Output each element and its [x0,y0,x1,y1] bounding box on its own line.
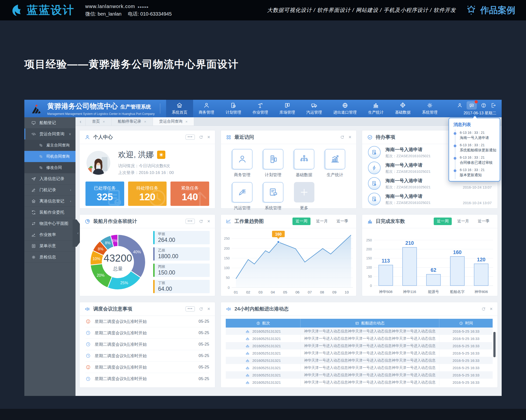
logout-icon[interactable] [490,102,496,108]
sidebar-item[interactable]: 物流中心平面图 [24,218,75,229]
sidebar-item[interactable]: 质检信息 [24,252,75,263]
table-row[interactable]: 20160525131321 神华天津一号进入动态信息神华天津一号进入动态信息神… [226,371,493,379]
sidebar-item[interactable]: 门机记录 › [24,185,75,196]
close-icon[interactable]: × [186,119,188,124]
message-item[interactable]: 6-13 16 : 33 : 21 系统船舶模块更新通知 [455,142,496,154]
top-nav-item[interactable]: 库场管理 [274,100,301,117]
help-icon[interactable] [481,102,486,108]
more-options-button[interactable]: ••• [186,219,195,224]
sidebar-item[interactable]: 船舶登记 [24,117,75,128]
table-row[interactable]: 20160525131321 神华天津一号进入动态信息神华天津一号进入动态信息神… [226,342,493,350]
close-button[interactable]: × [207,134,210,140]
more-options-button[interactable]: ••• [186,306,195,312]
top-nav-item[interactable]: 计划管理 [220,100,247,117]
sidebar-collapse-handle[interactable]: ‹ [72,219,80,247]
table-row[interactable]: 20160525131321 神华天津一号进入动态信息神华天津一号进入动态信息神… [226,364,493,371]
refresh-button[interactable] [340,135,344,139]
meeting-item[interactable]: 星期二调度会议9点准时开始 05-25 [85,316,209,327]
message-item[interactable]: 6-13 16 : 33 : 21 版本更新通知 [455,167,496,179]
sidebar-item[interactable]: 入港信息记录 [24,173,75,185]
range-button[interactable]: 近一季 [475,217,493,225]
range-button[interactable]: 近一周 [434,217,452,225]
refresh-button[interactable] [199,219,203,224]
close-button[interactable]: × [207,306,210,312]
meeting-item[interactable]: 星期二调度会议9点准时开始 05-25 [85,361,209,373]
shortcut-tile[interactable]: 汽运管理 [232,182,253,211]
sidebar-item[interactable]: 雇主合同查询 [24,140,75,151]
meeting-item[interactable]: 星期二调度会议9点准时开始 05-25 [85,339,209,350]
svg-text:250: 250 [224,236,230,240]
table-row[interactable]: 20160525131321 神华天津一号进入动态信息神华天津一号进入动态信息神… [226,335,493,342]
tab[interactable]: 首页 × [86,117,111,126]
top-nav-item[interactable]: 基础数据 [389,100,416,117]
clock-icon [85,330,91,336]
range-button[interactable]: 近一季 [333,217,351,225]
table-row[interactable]: 20160525131321 神华天津一号进入动态信息神华天津一号进入动态信息神… [226,379,493,386]
top-nav-item[interactable]: 系统管理 [416,100,443,117]
meeting-item[interactable]: 星期二调度会议9点准时开始 05-25 [85,373,209,384]
tile-tree-icon [299,154,309,164]
meeting-item[interactable]: 星期二调度会议9点准时开始 05-25 [85,327,209,339]
messages-button[interactable] [466,101,477,109]
table-row[interactable]: 20160525131321 神华天津一号进入动态信息神华天津一号进入动态信息神… [226,328,493,335]
shortcut-tile[interactable]: 更多 [294,182,314,211]
close-icon[interactable]: × [144,119,146,124]
svg-text:200: 200 [224,246,230,250]
tab[interactable]: 船舶停靠记录 × [111,117,153,126]
close-button[interactable]: × [207,218,210,224]
stat-tile[interactable]: 已处理任务 325 [85,182,124,206]
close-icon[interactable]: × [103,119,105,124]
table-row[interactable]: 20160525131321 神华天津一号进入动态信息神华天津一号进入动态信息神… [226,357,493,364]
sidebar-item[interactable]: 作业效率 [24,229,75,240]
user-icon[interactable] [457,102,463,108]
tab[interactable]: 货运合同查询 × [153,117,194,126]
refresh-button[interactable] [199,135,203,139]
message-item[interactable]: 6-13 16 : 33 : 21 海南一号入港申请 [455,129,496,142]
sidebar-item[interactable]: 装船作业委托 [24,207,75,218]
range-button[interactable]: 近一月 [454,217,472,225]
top-nav-item[interactable]: 作业管理 [247,100,274,117]
refresh-button[interactable] [481,307,486,311]
more-options-button[interactable]: ••• [186,135,195,140]
range-button[interactable]: 近一月 [313,217,331,225]
portfolio-link[interactable]: 作品案例 [465,4,515,16]
top-nav-item[interactable]: 系统首页 [166,100,193,117]
meeting-item[interactable]: 星期二调度会议9点准时开始 05-25 [85,350,209,361]
sync-icon [31,210,36,215]
svg-text:200: 200 [366,247,372,251]
shortcut-tile[interactable]: 生产统计 [325,149,345,178]
top-nav-item[interactable]: 汽运管理 [301,100,328,117]
bar-chart: 050100150200250113神华508210神华11662能源号160船… [362,228,497,296]
table-row[interactable]: 20160525131321 神华天津一号进入动态信息神华天津一号进入动态信息神… [226,350,493,357]
clock-icon [85,353,91,358]
sidebar-item[interactable]: 修改合同 [24,162,75,173]
message-item[interactable]: 6-13 16 : 33 : 21 合同修改已通过审核 [455,154,496,167]
close-button[interactable]: × [490,306,493,312]
top-nav-item[interactable]: 生产统计 [362,100,389,117]
sidebar-item[interactable]: 菜单示意 [24,240,75,252]
crane-icon [257,102,264,109]
shortcut-tile[interactable]: 系统管理 [263,182,283,211]
stat-tile[interactable]: 待处理任务 120 [128,182,167,206]
close-button[interactable]: × [348,134,351,140]
doc-icon [371,149,377,156]
sidebar-item[interactable]: 货运合同查询 ∨ [24,128,75,140]
sidebar-item[interactable]: 离港信息登记 › [24,196,75,207]
legend-item: 丁班 64.00 [153,280,210,293]
shortcut-tile[interactable]: 基础数据 [294,149,314,178]
top-nav-item[interactable]: 进出道口管理 [328,100,363,117]
shortcut-tile[interactable]: 计划管理 [263,149,283,178]
brand-site[interactable]: www.lanlanwork.com▸▸▸▸▸ [85,3,178,10]
workload-trend-card: 工作量趋势图 近一周近一月近一季 05010015020025001020304… [221,214,356,296]
scrollbar-thumb[interactable] [493,332,496,357]
tab-back-button[interactable]: ‹ [75,117,86,126]
stat-tile[interactable]: 紧急任务 140 [171,182,209,206]
tabs-bar: ‹ 首页 × 船舶停靠记录 × 货运合同查询 × [75,117,502,126]
top-nav-item[interactable]: 商务管理 [193,100,220,117]
range-button[interactable]: 近一周 [293,217,311,225]
sidebar-item[interactable]: 司机合同查询 [24,151,75,162]
tile-chart-icon [330,154,340,164]
refresh-button[interactable] [199,307,203,311]
todo-item[interactable]: 海南一号入港申请 船次：ZZASE20161025021 2016-10-24 … [368,191,492,207]
shortcut-tile[interactable]: 商务管理 [232,149,253,178]
